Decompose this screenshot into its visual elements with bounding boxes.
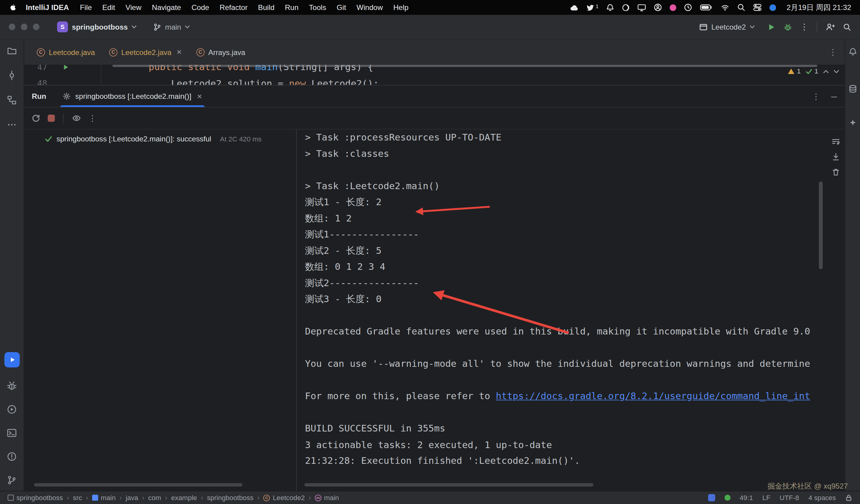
breadcrumb-method[interactable]: mmain [315, 494, 339, 501]
indent-style[interactable]: 4 spaces [808, 494, 836, 501]
blue-dot-icon[interactable] [770, 4, 776, 11]
green-status-icon[interactable] [724, 495, 730, 501]
terminal-icon[interactable] [6, 428, 17, 438]
tab-leetcode2-java[interactable]: C Leetcode2.java ✕ [102, 40, 189, 64]
caret-position[interactable]: 49:1 [740, 494, 753, 501]
menu-build[interactable]: Build [258, 3, 275, 12]
close-tab-icon[interactable]: ✕ [176, 48, 182, 56]
breadcrumb-package[interactable]: springbootboss [207, 494, 254, 501]
warnings-indicator[interactable]: 1 [788, 67, 801, 75]
menu-git[interactable]: Git [336, 3, 346, 12]
window-zoom-button[interactable] [33, 24, 40, 30]
next-problem-icon[interactable] [834, 70, 839, 73]
database-icon[interactable] [848, 85, 857, 93]
window-minimize-button[interactable] [21, 24, 28, 30]
breadcrumb-com[interactable]: com [148, 494, 161, 501]
soft-wrap-icon[interactable] [832, 137, 840, 146]
problems-icon[interactable] [6, 451, 17, 462]
menu-view[interactable]: View [125, 3, 141, 12]
run-console-tab[interactable]: springbootboss [:Leetcode2.main()] ✕ [62, 86, 202, 107]
notifications-icon[interactable] [848, 47, 857, 56]
history-clock-icon[interactable] [684, 3, 692, 12]
ok-indicator[interactable]: 1 [806, 67, 818, 75]
weather-icon[interactable] [570, 4, 579, 11]
hide-tool-window-icon[interactable]: ─ [831, 91, 837, 101]
debug-button[interactable] [784, 23, 792, 31]
run-gutter-icon[interactable] [62, 64, 69, 71]
menu-help[interactable]: Help [393, 3, 408, 12]
menu-file[interactable]: File [80, 3, 92, 12]
menu-code[interactable]: Code [191, 3, 210, 12]
file-encoding[interactable]: UTF-8 [779, 494, 799, 501]
run-console[interactable]: > Task :processResources UP-TO-DATE > Ta… [297, 129, 845, 491]
ai-assistant-icon[interactable] [848, 118, 857, 127]
more-tool-windows-icon[interactable] [6, 120, 17, 130]
tab-arrays-java[interactable]: C Arrays.java [189, 40, 253, 64]
tree-horizontal-scrollbar[interactable] [34, 483, 243, 487]
branch-selector[interactable]: main [149, 20, 194, 33]
menu-refactor[interactable]: Refactor [220, 3, 248, 12]
structure-icon[interactable] [6, 95, 17, 105]
control-center-icon[interactable] [753, 3, 762, 12]
show-passed-icon[interactable] [72, 114, 81, 123]
code-with-me-button[interactable] [826, 23, 835, 31]
breadcrumb-project[interactable]: springbootboss [8, 494, 63, 501]
clear-console-icon[interactable] [832, 168, 840, 176]
search-everywhere-button[interactable] [843, 23, 851, 31]
wifi-icon[interactable] [721, 4, 729, 11]
version-control-icon[interactable] [6, 475, 17, 485]
code-editor[interactable]: 47 48 public static void main(String[] a… [24, 64, 845, 85]
spotlight-search-icon[interactable] [737, 3, 745, 12]
close-run-tab-icon[interactable]: ✕ [197, 92, 202, 100]
line-separator[interactable]: LF [762, 494, 770, 501]
menu-tools[interactable]: Tools [309, 3, 326, 12]
project-selector[interactable]: S springbootboss [53, 19, 141, 35]
console-vertical-scrollbar[interactable] [819, 182, 823, 269]
prev-problem-icon[interactable] [823, 70, 829, 73]
breadcrumb-java[interactable]: java [126, 494, 139, 501]
debug-tool-window-icon[interactable] [6, 381, 17, 391]
breadcrumb-src[interactable]: src [73, 494, 82, 501]
lock-icon[interactable] [845, 494, 852, 501]
breadcrumb-main-dir[interactable]: main [92, 494, 116, 501]
pink-app-icon[interactable] [670, 4, 676, 11]
menubar-app-name[interactable]: IntelliJ IDEA [26, 3, 69, 12]
tab-options-icon[interactable]: ⋮ [829, 47, 845, 57]
run-tool-window-icon[interactable] [4, 352, 20, 368]
bird-notification-icon[interactable]: 1 [587, 4, 599, 11]
inspections-widget[interactable]: 1 1 [788, 67, 839, 75]
console-options-icon[interactable]: ⋮ [88, 113, 96, 123]
editor-horizontal-scrollbar[interactable] [112, 64, 817, 67]
editor-code-area[interactable]: public static void main(String[] args) {… [102, 64, 845, 85]
rerun-icon[interactable] [31, 114, 41, 123]
stop-icon[interactable] [48, 115, 55, 122]
menu-navigate[interactable]: Navigate [152, 3, 181, 12]
run-tree-panel[interactable]: springbootboss [:Leetcode2.main()]: succ… [24, 129, 296, 491]
blue-status-icon[interactable] [708, 494, 715, 501]
more-actions-button[interactable]: ⋮ [800, 22, 808, 32]
run-tree-item[interactable]: springbootboss [:Leetcode2.main()]: succ… [45, 135, 296, 143]
run-window-options-icon[interactable]: ⋮ [812, 91, 820, 101]
gradle-doc-link[interactable]: https://docs.gradle.org/8.2.1/userguide/… [496, 390, 810, 401]
commit-icon[interactable] [6, 70, 17, 81]
notification-bell-icon[interactable] [606, 3, 614, 12]
window-close-button[interactable] [9, 24, 15, 30]
breadcrumb-class[interactable]: CLeetcode2 [263, 494, 305, 501]
run-button[interactable] [767, 23, 775, 31]
menu-run[interactable]: Run [285, 3, 299, 12]
window-controls[interactable] [9, 24, 40, 30]
menu-window[interactable]: Window [357, 3, 383, 12]
menu-edit[interactable]: Edit [102, 3, 115, 12]
scroll-to-end-icon[interactable] [832, 153, 840, 161]
menubar-clock[interactable]: 2月19日 周四 21:32 [787, 2, 851, 12]
display-icon[interactable] [637, 3, 646, 12]
run-config-selector[interactable]: Leetcode2 [695, 20, 759, 33]
breadcrumb-example[interactable]: example [171, 494, 197, 501]
moon-icon[interactable] [622, 4, 630, 11]
tab-leetcode-java[interactable]: C Leetcode.java [30, 40, 102, 64]
user-circle-icon[interactable] [654, 3, 662, 12]
console-horizontal-scrollbar[interactable] [304, 483, 593, 487]
apple-menu-icon[interactable] [9, 3, 17, 12]
services-icon[interactable] [6, 404, 17, 415]
project-view-icon[interactable] [6, 46, 17, 56]
